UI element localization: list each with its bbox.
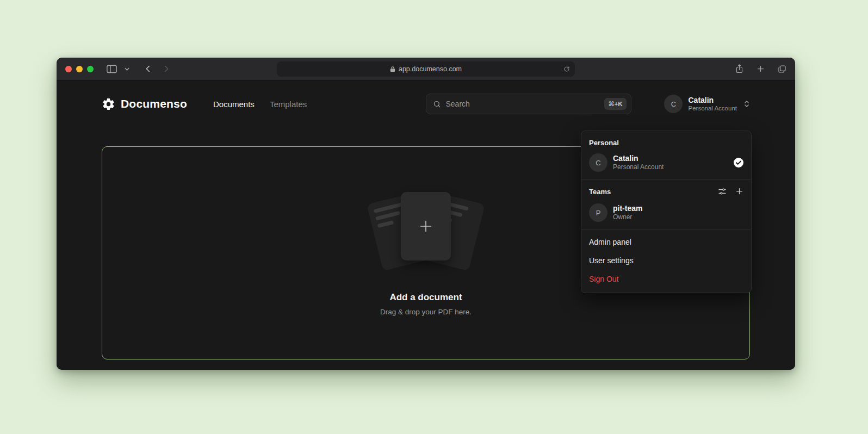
back-button[interactable] xyxy=(144,64,153,73)
add-team-icon[interactable] xyxy=(735,187,743,196)
personal-account-item[interactable]: C Catalin Personal Account xyxy=(581,150,751,177)
search-shortcut-badge: ⌘+K xyxy=(604,98,627,110)
sidebar-toggle-icon[interactable] xyxy=(107,65,117,73)
share-icon[interactable] xyxy=(735,64,743,74)
menu-item-sign-out[interactable]: Sign Out xyxy=(581,270,751,288)
brand[interactable]: Documenso xyxy=(102,97,187,111)
menu-divider xyxy=(581,179,751,180)
zoom-window-button[interactable] xyxy=(87,66,94,72)
team-name: pit-team xyxy=(613,204,743,213)
url-text: app.documenso.com xyxy=(399,65,462,73)
chevron-up-down-icon xyxy=(743,100,750,108)
address-bar[interactable]: app.documenso.com xyxy=(277,61,575,77)
documenso-logo-icon xyxy=(102,97,115,111)
app-header: Documenso Documents Templates ⌘+K C C xyxy=(102,90,750,118)
search-icon xyxy=(433,100,441,108)
personal-account-avatar: C xyxy=(589,153,607,172)
document-card-add xyxy=(401,192,451,261)
personal-account-subtitle: Personal Account xyxy=(613,163,728,171)
team-role: Owner xyxy=(613,213,743,221)
teams-section-label: Teams xyxy=(589,188,611,196)
team-avatar: P xyxy=(589,203,607,222)
account-type: Personal Account xyxy=(688,104,737,112)
menu-divider xyxy=(581,230,751,230)
close-window-button[interactable] xyxy=(65,66,72,72)
account-name: Catalin xyxy=(688,96,737,104)
reload-icon[interactable] xyxy=(563,66,570,72)
personal-section-label: Personal xyxy=(581,135,751,150)
team-item[interactable]: P pit-team Owner xyxy=(581,200,751,227)
document-cards-illustration xyxy=(365,190,486,278)
traffic-lights xyxy=(65,66,94,72)
teams-section-header: Teams xyxy=(581,183,751,200)
brand-name: Documenso xyxy=(121,97,187,110)
account-dropdown-menu: Personal C Catalin Personal Account Team… xyxy=(581,131,752,293)
manage-teams-icon[interactable] xyxy=(718,187,727,196)
nav-documents[interactable]: Documents xyxy=(213,100,255,109)
nav-templates[interactable]: Templates xyxy=(270,100,307,109)
tab-overview-icon[interactable] xyxy=(778,65,786,73)
browser-window: app.documenso.com xyxy=(57,58,795,370)
sidebar-chevron-down-icon[interactable] xyxy=(125,67,129,71)
account-menu-trigger[interactable]: C Catalin Personal Account xyxy=(664,95,750,113)
minimize-window-button[interactable] xyxy=(76,66,83,72)
search-bar[interactable]: ⌘+K xyxy=(426,94,631,114)
menu-item-user-settings[interactable]: User settings xyxy=(581,251,751,270)
plus-icon xyxy=(417,218,435,235)
lock-icon xyxy=(390,66,395,72)
menu-item-admin-panel[interactable]: Admin panel xyxy=(581,233,751,251)
dropzone-subtitle: Drag & drop your PDF here. xyxy=(380,308,472,316)
check-circle-icon xyxy=(734,158,743,168)
browser-toolbar: app.documenso.com xyxy=(57,58,795,80)
forward-button[interactable] xyxy=(162,64,171,73)
personal-account-name: Catalin xyxy=(613,154,728,163)
main-nav: Documents Templates xyxy=(213,100,307,109)
dropzone-title: Add a document xyxy=(389,292,462,303)
search-input[interactable] xyxy=(445,100,599,108)
app-page: Documenso Documents Templates ⌘+K C C xyxy=(57,90,795,370)
new-tab-icon[interactable] xyxy=(757,65,765,73)
account-avatar: C xyxy=(664,95,683,113)
